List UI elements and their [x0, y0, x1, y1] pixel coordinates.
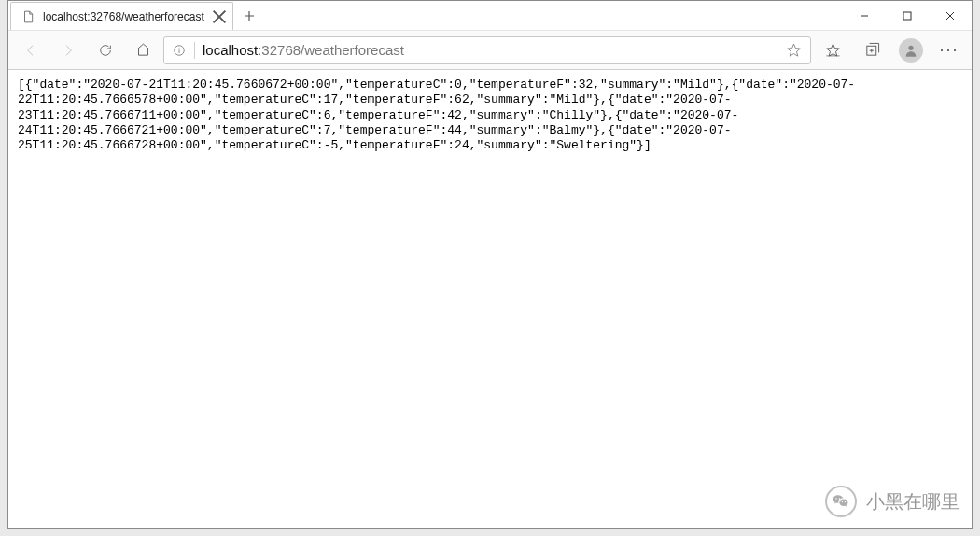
back-button[interactable] [14, 35, 48, 65]
tab-title: localhost:32768/weatherforecast [43, 10, 204, 23]
favorite-star-icon[interactable] [786, 42, 803, 59]
url-text: localhost:32768/weatherforecast [203, 42, 778, 58]
favorites-button[interactable] [815, 35, 850, 65]
maximize-button[interactable] [886, 1, 929, 30]
refresh-button[interactable] [89, 35, 122, 65]
page-content[interactable]: [{"date":"2020-07-21T11:20:45.7660672+00… [8, 70, 972, 528]
profile-avatar-icon [899, 38, 923, 63]
profile-button[interactable] [893, 35, 929, 65]
more-menu-button[interactable]: ··· [932, 40, 966, 60]
home-button[interactable] [126, 35, 160, 65]
tab-close-button[interactable] [212, 9, 227, 24]
browser-window: localhost:32768/weatherforecast [7, 0, 973, 529]
forward-button[interactable] [51, 35, 85, 65]
svg-rect-0 [903, 12, 911, 20]
address-bar[interactable]: localhost:32768/weatherforecast [163, 36, 811, 64]
svg-point-3 [908, 45, 913, 49]
url-path: :32768/weatherforecast [258, 42, 404, 58]
site-info-icon[interactable] [172, 43, 187, 58]
window-controls [843, 1, 972, 30]
window-close-button[interactable] [929, 1, 972, 30]
minimize-button[interactable] [843, 1, 886, 30]
page-icon [21, 9, 35, 24]
tab-strip: localhost:32768/weatherforecast [8, 1, 265, 30]
toolbar: localhost:32768/weatherforecast ··· [8, 31, 972, 70]
separator [194, 42, 195, 59]
collections-button[interactable] [854, 35, 889, 65]
new-tab-button[interactable] [233, 2, 265, 30]
browser-tab[interactable]: localhost:32768/weatherforecast [10, 2, 233, 30]
url-host: localhost [203, 42, 258, 58]
title-bar: localhost:32768/weatherforecast [8, 1, 972, 31]
title-drag-area[interactable] [265, 1, 843, 30]
